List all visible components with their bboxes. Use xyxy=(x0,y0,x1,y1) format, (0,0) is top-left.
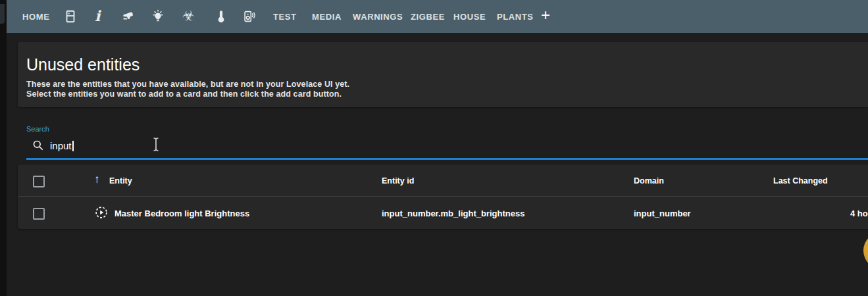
page-title: Unused entities xyxy=(26,55,140,74)
sidebar-edge xyxy=(0,0,7,296)
fridge-icon[interactable] xyxy=(63,9,78,24)
select-all-checkbox[interactable] xyxy=(33,176,45,187)
tab-home[interactable]: HOME xyxy=(22,12,49,22)
search-input-value: input xyxy=(50,140,72,151)
search-icon xyxy=(32,139,45,155)
search-focus-underline xyxy=(26,158,868,160)
tab-zigbee[interactable]: ZIGBEE xyxy=(411,12,445,22)
row-checkbox[interactable] xyxy=(33,208,45,220)
column-header-entity[interactable]: Entity xyxy=(109,176,132,185)
cell-last-changed: 4 hou xyxy=(850,209,868,218)
entities-table: ↑ Entity Entity id Domain Last Changed M… xyxy=(18,164,868,229)
tab-test[interactable]: TEST xyxy=(273,12,297,22)
column-header-last-changed[interactable]: Last Changed xyxy=(773,176,828,185)
tab-media[interactable]: MEDIA xyxy=(312,12,342,22)
cell-entity-id: input_number.mb_light_brightness xyxy=(382,209,524,218)
input-number-entity-icon xyxy=(94,205,109,220)
table-header-row: ↑ Entity Entity id Domain Last Changed xyxy=(18,164,868,197)
unused-entities-card: Unused entities These are the entities t… xyxy=(18,42,868,107)
search-input[interactable]: input xyxy=(50,140,74,151)
biohazard-icon[interactable]: ☣ xyxy=(182,8,195,24)
page-description-line2: Select the entities you want to add to a… xyxy=(26,89,342,99)
add-card-fab[interactable] xyxy=(863,232,868,269)
tab-warnings[interactable]: WARNINGS xyxy=(353,12,403,22)
column-header-domain[interactable]: Domain xyxy=(634,176,664,185)
add-tab-icon[interactable]: + xyxy=(541,6,550,24)
search-field-label: Search xyxy=(26,125,49,133)
tab-bar: HOME i ☣ TEST MEDIA WARNINGS ZIGBEE HOUS… xyxy=(7,0,868,33)
mouse-cursor-ibeam xyxy=(152,137,160,155)
cell-entity-name: Master Bedroom light Brightness xyxy=(115,209,249,218)
tab-plants[interactable]: PLANTS xyxy=(497,12,534,22)
scrollbar-thumb[interactable] xyxy=(0,4,5,24)
text-caret xyxy=(72,141,74,151)
thermometer-icon[interactable] xyxy=(214,9,228,24)
tab-house[interactable]: HOUSE xyxy=(453,12,486,22)
cell-domain: input_number xyxy=(634,209,691,218)
column-header-entity-id[interactable]: Entity id xyxy=(382,176,414,185)
sort-ascending-icon: ↑ xyxy=(94,173,100,186)
page-description-line1: These are the entities that you have ava… xyxy=(26,80,349,89)
info-icon[interactable]: i xyxy=(95,7,100,24)
cctv-camera-icon[interactable] xyxy=(121,9,136,24)
lightbulb-icon[interactable] xyxy=(151,9,165,24)
speaker-icon[interactable] xyxy=(242,9,257,24)
table-row[interactable]: Master Bedroom light Brightness input_nu… xyxy=(18,197,868,229)
